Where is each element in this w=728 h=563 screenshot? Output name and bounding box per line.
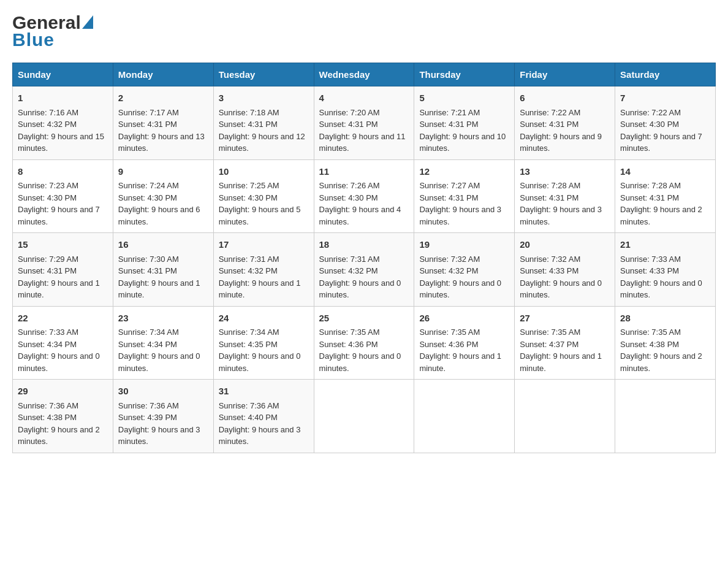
calendar-table: SundayMondayTuesdayWednesdayThursdayFrid…: [12, 63, 716, 453]
calendar-week-row: 1Sunrise: 7:16 AMSunset: 4:32 PMDaylight…: [13, 86, 716, 160]
day-number: 12: [419, 165, 509, 179]
calendar-cell: 28Sunrise: 7:35 AMSunset: 4:38 PMDayligh…: [615, 306, 716, 380]
daylight-text: Daylight: 9 hours and 0 minutes.: [319, 351, 401, 373]
sunset-text: Sunset: 4:31 PM: [18, 266, 77, 275]
day-number: 4: [319, 91, 409, 105]
col-header-tuesday: Tuesday: [213, 63, 314, 86]
sunrise-text: Sunrise: 7:35 AM: [620, 327, 681, 337]
daylight-text: Daylight: 9 hours and 0 minutes.: [118, 351, 200, 373]
calendar-cell: 12Sunrise: 7:27 AMSunset: 4:31 PMDayligh…: [414, 159, 515, 233]
calendar-cell: [414, 380, 515, 453]
sunset-text: Sunset: 4:34 PM: [18, 340, 77, 349]
sunset-text: Sunset: 4:35 PM: [219, 340, 278, 349]
sunset-text: Sunset: 4:32 PM: [18, 120, 77, 129]
calendar-cell: 27Sunrise: 7:35 AMSunset: 4:37 PMDayligh…: [515, 306, 615, 380]
day-number: 6: [520, 91, 610, 105]
day-number: 14: [620, 165, 710, 179]
calendar-cell: 21Sunrise: 7:33 AMSunset: 4:33 PMDayligh…: [615, 233, 716, 307]
sunrise-text: Sunrise: 7:21 AM: [419, 108, 480, 117]
daylight-text: Daylight: 9 hours and 1 minute.: [118, 278, 200, 300]
day-number: 5: [419, 91, 509, 105]
day-number: 17: [219, 238, 309, 252]
calendar-cell: 18Sunrise: 7:31 AMSunset: 4:32 PMDayligh…: [314, 233, 414, 307]
sunset-text: Sunset: 4:31 PM: [419, 193, 478, 202]
sunset-text: Sunset: 4:31 PM: [419, 120, 478, 129]
sunset-text: Sunset: 4:30 PM: [319, 193, 378, 202]
sunrise-text: Sunrise: 7:34 AM: [219, 327, 279, 337]
daylight-text: Daylight: 9 hours and 2 minutes.: [620, 351, 702, 373]
day-number: 13: [520, 165, 610, 179]
svg-marker-0: [82, 15, 93, 29]
calendar-cell: 15Sunrise: 7:29 AMSunset: 4:31 PMDayligh…: [13, 233, 113, 307]
day-number: 7: [620, 91, 710, 105]
daylight-text: Daylight: 9 hours and 1 minute.: [18, 278, 100, 300]
sunset-text: Sunset: 4:30 PM: [219, 193, 278, 202]
sunrise-text: Sunrise: 7:36 AM: [219, 401, 279, 410]
sunset-text: Sunset: 4:31 PM: [520, 120, 578, 129]
daylight-text: Daylight: 9 hours and 0 minutes.: [319, 278, 401, 300]
sunset-text: Sunset: 4:32 PM: [419, 266, 478, 275]
daylight-text: Daylight: 9 hours and 6 minutes.: [118, 205, 200, 226]
sunrise-text: Sunrise: 7:35 AM: [520, 327, 580, 337]
day-number: 23: [118, 312, 208, 326]
daylight-text: Daylight: 9 hours and 1 minute.: [419, 351, 501, 373]
calendar-cell: 25Sunrise: 7:35 AMSunset: 4:36 PMDayligh…: [314, 306, 414, 380]
daylight-text: Daylight: 9 hours and 2 minutes.: [18, 425, 100, 446]
daylight-text: Daylight: 9 hours and 12 minutes.: [219, 132, 305, 153]
day-number: 31: [219, 385, 309, 399]
daylight-text: Daylight: 9 hours and 0 minutes.: [620, 278, 702, 300]
daylight-text: Daylight: 9 hours and 3 minutes.: [520, 205, 602, 226]
sunset-text: Sunset: 4:31 PM: [118, 120, 177, 129]
sunrise-text: Sunrise: 7:28 AM: [520, 181, 580, 190]
sunrise-text: Sunrise: 7:20 AM: [319, 108, 380, 117]
day-number: 15: [18, 238, 108, 252]
sunrise-text: Sunrise: 7:22 AM: [620, 108, 681, 117]
daylight-text: Daylight: 9 hours and 15 minutes.: [18, 132, 104, 153]
sunrise-text: Sunrise: 7:31 AM: [219, 255, 279, 264]
day-number: 1: [18, 91, 108, 105]
daylight-text: Daylight: 9 hours and 11 minutes.: [319, 132, 406, 153]
calendar-cell: [615, 380, 716, 453]
sunset-text: Sunset: 4:33 PM: [620, 266, 679, 275]
calendar-cell: 13Sunrise: 7:28 AMSunset: 4:31 PMDayligh…: [515, 159, 615, 233]
calendar-cell: 16Sunrise: 7:30 AMSunset: 4:31 PMDayligh…: [113, 233, 213, 307]
day-number: 25: [319, 312, 409, 326]
calendar-cell: 11Sunrise: 7:26 AMSunset: 4:30 PMDayligh…: [314, 159, 414, 233]
day-number: 2: [118, 91, 208, 105]
calendar-cell: 14Sunrise: 7:28 AMSunset: 4:31 PMDayligh…: [615, 159, 716, 233]
daylight-text: Daylight: 9 hours and 3 minutes.: [419, 205, 501, 226]
daylight-text: Daylight: 9 hours and 1 minute.: [520, 351, 602, 373]
daylight-text: Daylight: 9 hours and 0 minutes.: [520, 278, 602, 300]
calendar-week-row: 29Sunrise: 7:36 AMSunset: 4:38 PMDayligh…: [13, 380, 716, 453]
sunrise-text: Sunrise: 7:31 AM: [319, 255, 380, 264]
calendar-cell: 1Sunrise: 7:16 AMSunset: 4:32 PMDaylight…: [13, 86, 113, 160]
calendar-cell: 17Sunrise: 7:31 AMSunset: 4:32 PMDayligh…: [213, 233, 314, 307]
sunset-text: Sunset: 4:40 PM: [219, 413, 278, 422]
sunrise-text: Sunrise: 7:27 AM: [419, 181, 480, 190]
sunrise-text: Sunrise: 7:34 AM: [118, 327, 179, 337]
calendar-cell: 4Sunrise: 7:20 AMSunset: 4:31 PMDaylight…: [314, 86, 414, 160]
calendar-week-row: 15Sunrise: 7:29 AMSunset: 4:31 PMDayligh…: [13, 233, 716, 307]
col-header-sunday: Sunday: [13, 63, 113, 86]
daylight-text: Daylight: 9 hours and 0 minutes.: [18, 351, 100, 373]
daylight-text: Daylight: 9 hours and 1 minute.: [219, 278, 301, 300]
day-number: 16: [118, 238, 208, 252]
sunrise-text: Sunrise: 7:30 AM: [118, 255, 179, 264]
calendar-cell: 6Sunrise: 7:22 AMSunset: 4:31 PMDaylight…: [515, 86, 615, 160]
col-header-monday: Monday: [113, 63, 213, 86]
day-number: 21: [620, 238, 710, 252]
logo-blue-text: Blue: [12, 29, 55, 50]
sunrise-text: Sunrise: 7:18 AM: [219, 108, 279, 117]
calendar-cell: 31Sunrise: 7:36 AMSunset: 4:40 PMDayligh…: [213, 380, 314, 453]
day-number: 19: [419, 238, 509, 252]
daylight-text: Daylight: 9 hours and 5 minutes.: [219, 205, 301, 226]
sunset-text: Sunset: 4:32 PM: [219, 266, 278, 275]
daylight-text: Daylight: 9 hours and 13 minutes.: [118, 132, 205, 153]
sunrise-text: Sunrise: 7:16 AM: [18, 108, 78, 117]
sunrise-text: Sunrise: 7:36 AM: [118, 401, 179, 410]
daylight-text: Daylight: 9 hours and 7 minutes.: [620, 132, 702, 153]
sunrise-text: Sunrise: 7:33 AM: [620, 255, 681, 264]
sunset-text: Sunset: 4:36 PM: [419, 340, 478, 349]
day-number: 24: [219, 312, 309, 326]
col-header-wednesday: Wednesday: [314, 63, 414, 86]
